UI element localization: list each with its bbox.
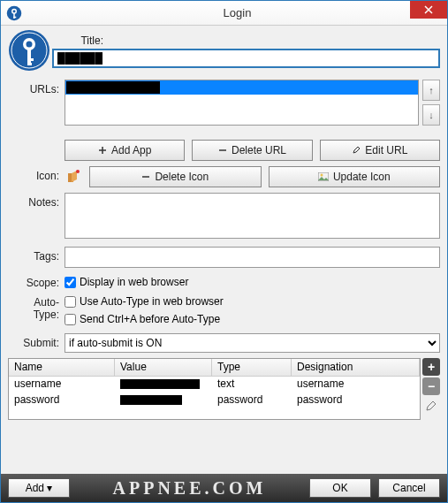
tags-label: Tags:: [8, 247, 65, 268]
autotype-label: Auto-Type:: [8, 293, 65, 328]
image-icon: [318, 172, 329, 181]
add-app-button[interactable]: Add App: [65, 140, 185, 161]
col-name: Name: [9, 359, 115, 376]
close-button[interactable]: [410, 1, 447, 19]
fields-table[interactable]: Name Value Type Designation username tex…: [8, 358, 421, 420]
close-icon: [424, 5, 433, 14]
submit-label: Submit:: [8, 333, 65, 353]
watermark: APPNEE.COM: [77, 478, 302, 499]
content-area: Title: URLs: ↑ ↓: [1, 26, 447, 474]
plus-icon: +: [428, 360, 435, 374]
scope-display-checkbox[interactable]: [65, 277, 76, 288]
icon-label: Icon:: [8, 166, 65, 187]
notes-textarea[interactable]: [65, 193, 440, 239]
plus-icon: [98, 146, 107, 155]
url-move-up-button[interactable]: ↑: [422, 80, 440, 101]
svg-point-8: [27, 42, 33, 48]
add-field-button[interactable]: +: [422, 358, 440, 376]
pencil-icon: [425, 400, 437, 412]
redacted-value: [120, 395, 182, 405]
window-title: Login: [27, 6, 447, 19]
delete-url-button[interactable]: Delete URL: [192, 140, 312, 161]
autotype-use-label: Use Auto-Type in web browser: [80, 295, 224, 308]
urls-listbox[interactable]: [65, 80, 419, 126]
autotype-ctrla-checkbox[interactable]: [65, 314, 76, 325]
delete-icon-button[interactable]: Delete Icon: [89, 166, 262, 187]
url-text-redacted: [66, 81, 160, 94]
svg-point-2: [13, 10, 16, 12]
edit-field-button[interactable]: [422, 397, 440, 415]
svg-point-13: [76, 170, 80, 173]
scope-label: Scope:: [8, 273, 65, 291]
redacted-value: [120, 379, 200, 389]
url-move-down-button[interactable]: ↓: [422, 104, 440, 126]
svg-rect-4: [13, 16, 16, 18]
update-icon-button[interactable]: Update Icon: [269, 166, 441, 187]
scope-display-label: Display in web browser: [80, 276, 188, 288]
delete-field-button[interactable]: −: [422, 377, 440, 395]
autotype-use-checkbox[interactable]: [65, 296, 76, 308]
icon-preview: [65, 168, 82, 186]
minus-icon: −: [428, 379, 435, 393]
svg-rect-10: [27, 58, 34, 61]
svg-rect-11: [27, 63, 32, 65]
logo: [8, 26, 52, 74]
tags-input[interactable]: [65, 247, 440, 268]
footer-bar: Add ▾ APPNEE.COM OK Cancel: [1, 474, 447, 502]
svg-rect-9: [27, 49, 31, 65]
login-window: Login Title: URLs:: [0, 0, 448, 503]
urls-label: URLs:: [8, 80, 65, 129]
svg-point-15: [320, 174, 323, 177]
minus-icon: [218, 146, 227, 155]
title-input[interactable]: [52, 49, 440, 68]
notes-label: Notes:: [8, 193, 65, 241]
col-type: Type: [212, 359, 292, 376]
table-row[interactable]: username text username: [9, 377, 420, 392]
title-label: Title:: [52, 31, 109, 47]
ok-button[interactable]: OK: [309, 478, 371, 498]
minus-icon: [141, 172, 150, 181]
app-icon: [6, 5, 22, 21]
col-value: Value: [115, 359, 212, 376]
autotype-ctrla-label: Send Ctrl+A before Auto-Type: [80, 313, 220, 325]
titlebar: Login: [1, 1, 447, 26]
table-row[interactable]: password password password: [9, 392, 420, 408]
table-header: Name Value Type Designation: [9, 359, 420, 377]
pencil-icon: [352, 146, 361, 155]
arrow-down-icon: ↓: [429, 110, 434, 120]
edit-url-button[interactable]: Edit URL: [320, 140, 440, 161]
col-designation: Designation: [292, 359, 420, 376]
submit-select[interactable]: if auto-submit is ON: [65, 333, 440, 353]
arrow-up-icon: ↑: [429, 85, 434, 95]
add-menu-button[interactable]: Add ▾: [8, 478, 70, 498]
cancel-button[interactable]: Cancel: [378, 478, 440, 498]
